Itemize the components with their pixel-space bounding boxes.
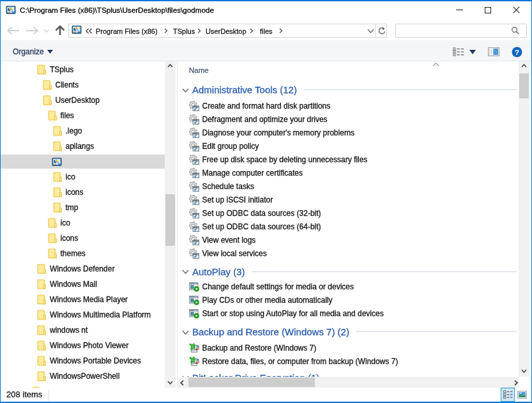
svg-text:?: ? — [515, 49, 519, 56]
